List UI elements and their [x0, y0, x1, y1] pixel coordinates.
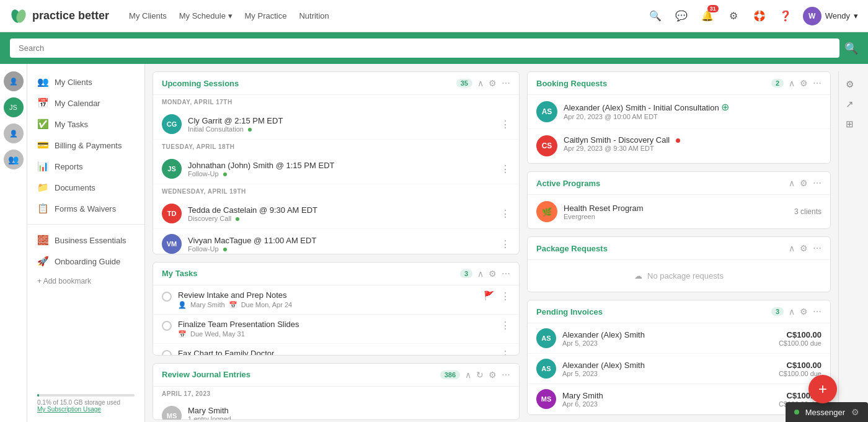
- session-name-cg: Cly Garrit @ 2:15 PM EDT: [188, 116, 494, 125]
- nav-icons: 🔍 💬 🔔 31 ⚙ 🛟 ❓ W Wendy ▾: [647, 7, 858, 25]
- session-menu-vm[interactable]: ⋮: [500, 238, 510, 250]
- collapse-icon[interactable]: ∧: [477, 78, 484, 88]
- booking-add-icon-0[interactable]: ⊕: [721, 102, 729, 112]
- nav-my-practice[interactable]: My Practice: [245, 11, 287, 20]
- sidebar-item-documents[interactable]: 📁 Documents: [27, 177, 144, 198]
- task-due-icon-0: 📅: [229, 301, 237, 309]
- invoices-settings-icon[interactable]: ⚙: [800, 307, 808, 316]
- sidebar-divider: [27, 224, 144, 225]
- session-menu-cg[interactable]: ⋮: [500, 119, 510, 130]
- search-input[interactable]: [10, 38, 839, 58]
- my-tasks-title: My Tasks: [162, 269, 455, 278]
- package-requests-card: Package Requests ∧ ⚙ ⋯ ☁ No package requ…: [527, 236, 831, 292]
- add-bookmark-button[interactable]: + Add bookmark: [27, 272, 144, 290]
- help-button[interactable]: 🛟: [751, 7, 768, 25]
- task-menu-0[interactable]: ⋮: [500, 290, 510, 302]
- pending-invoices-badge: 3: [771, 307, 784, 316]
- date-monday: MONDAY, APRIL 17TH: [153, 95, 519, 109]
- right-settings-icon[interactable]: ⚙: [846, 79, 854, 90]
- task-checkbox-1[interactable]: [162, 321, 172, 331]
- sidebar-item-my-clients[interactable]: 👥 My Clients: [27, 71, 144, 92]
- sidebar-item-forms[interactable]: 📋 Forms & Waivers: [27, 198, 144, 219]
- session-menu-js[interactable]: ⋮: [500, 163, 510, 175]
- nav-my-clients[interactable]: My Clients: [129, 11, 167, 20]
- active-programs-title: Active Programs: [536, 179, 784, 188]
- storage-text: 0.1% of 15.0 GB storage used: [37, 399, 135, 406]
- packages-collapse-icon[interactable]: ∧: [789, 243, 795, 253]
- sidebar-item-my-tasks[interactable]: ✅ My Tasks: [27, 114, 144, 135]
- subscription-link[interactable]: My Subscription Usage: [37, 406, 135, 413]
- avatar-4[interactable]: 👥: [4, 150, 24, 169]
- invoice-date-1: Apr 5, 2023: [562, 370, 773, 377]
- user-menu-button[interactable]: W Wendy ▾: [803, 7, 858, 25]
- tasks-collapse-icon[interactable]: ∧: [477, 269, 484, 279]
- programs-settings-icon[interactable]: ⚙: [800, 178, 808, 188]
- nav-nutrition[interactable]: Nutrition: [299, 11, 329, 20]
- invoice-item-1: AS Alexander (Alex) Smith Apr 5, 2023 C$…: [528, 354, 830, 384]
- settings-icon[interactable]: ⚙: [489, 78, 497, 88]
- invoice-amount-main-0: C$100.00: [779, 330, 822, 339]
- booking-collapse-icon[interactable]: ∧: [789, 78, 795, 88]
- fab-add-button[interactable]: +: [808, 375, 837, 403]
- programs-collapse-icon[interactable]: ∧: [789, 178, 795, 188]
- upcoming-sessions-badge: 35: [456, 79, 472, 88]
- package-requests-header: Package Requests ∧ ⚙ ⋯: [528, 237, 830, 260]
- settings-button[interactable]: ⚙: [725, 7, 742, 25]
- avatar-1[interactable]: 👤: [4, 71, 24, 91]
- package-requests-icons: ∧ ⚙ ⋯: [789, 243, 822, 253]
- journal-collapse-icon[interactable]: ∧: [465, 370, 471, 380]
- invoice-info-2: Mary Smith Apr 6, 2023: [562, 391, 773, 408]
- session-info-vm: Vivyan MacTague @ 11:00 AM EDT Follow-Up: [188, 236, 494, 253]
- search-submit-button[interactable]: 🔍: [844, 42, 858, 55]
- task-menu-2[interactable]: ⋮: [500, 349, 510, 356]
- invoices-collapse-icon[interactable]: ∧: [789, 307, 795, 316]
- task-name-0: Review Intake and Prep Notes: [178, 290, 477, 300]
- packages-more-icon[interactable]: ⋯: [813, 243, 822, 253]
- sidebar-item-business[interactable]: 🧱 Business Essentials: [27, 230, 144, 251]
- notifications-button[interactable]: 🔔 31: [699, 7, 716, 25]
- search-button[interactable]: 🔍: [647, 7, 664, 25]
- task-priority-flag-0[interactable]: 🚩: [484, 290, 494, 300]
- avatar-2[interactable]: JS: [4, 97, 24, 117]
- sidebar-item-my-calendar[interactable]: 📅 My Calendar: [27, 92, 144, 114]
- booking-settings-icon[interactable]: ⚙: [800, 78, 808, 88]
- chat-button[interactable]: 💬: [673, 7, 690, 25]
- task-checkbox-0[interactable]: [162, 292, 172, 302]
- nav-my-schedule[interactable]: My Schedule ▾: [179, 11, 232, 20]
- date-tuesday: TUESDAY, APRIL 18TH: [153, 140, 519, 154]
- journal-item-0: MS Mary Smith 1 entry logged: [153, 401, 519, 420]
- journal-refresh-icon[interactable]: ↻: [476, 370, 484, 380]
- tasks-settings-icon[interactable]: ⚙: [489, 269, 497, 279]
- messenger-bar[interactable]: Messenger ⚙: [786, 402, 868, 422]
- session-menu-td[interactable]: ⋮: [500, 208, 510, 220]
- task-checkbox-2[interactable]: [162, 350, 172, 356]
- more-icon[interactable]: ⋯: [502, 78, 510, 88]
- journal-entries-header: Review Journal Entries 386 ∧ ↻ ⚙ ⋯: [153, 364, 519, 387]
- programs-more-icon[interactable]: ⋯: [813, 178, 822, 188]
- booking-more-icon[interactable]: ⋯: [813, 78, 822, 88]
- journal-sub-0: 1 entry logged: [188, 415, 510, 420]
- packages-settings-icon[interactable]: ⚙: [800, 243, 808, 253]
- sidebar-item-reports[interactable]: 📊 Reports: [27, 156, 144, 177]
- task-menu-1[interactable]: ⋮: [500, 320, 510, 331]
- content-area: Upcoming Sessions 35 ∧ ⚙ ⋯ MONDAY, APRIL…: [145, 64, 868, 422]
- task-meta-1: 📅 Due Wed, May 31: [178, 330, 494, 338]
- active-programs-header: Active Programs ∧ ⚙ ⋯: [528, 172, 830, 195]
- program-item-0: 🌿 Health Reset Program Evergreen 3 clien…: [528, 195, 830, 228]
- invoices-more-icon[interactable]: ⋯: [813, 307, 822, 316]
- session-item-td: TD Tedda de Castelain @ 9:30 AM EDT Disc…: [153, 199, 519, 229]
- question-button[interactable]: ❓: [777, 7, 794, 25]
- session-dot-vm: [223, 248, 227, 251]
- session-item-cg: CG Cly Garrit @ 2:15 PM EDT Initial Cons…: [153, 109, 519, 140]
- avatar-3[interactable]: 👤: [4, 123, 24, 143]
- right-grid-icon[interactable]: ⊞: [846, 119, 854, 130]
- storage-bar-bg: [37, 394, 135, 397]
- journal-settings-icon[interactable]: ⚙: [489, 370, 497, 380]
- sidebar-item-billing[interactable]: 💳 Billing & Payments: [27, 135, 144, 156]
- tasks-more-icon[interactable]: ⋯: [502, 269, 510, 279]
- right-share-icon[interactable]: ↗: [846, 99, 854, 110]
- journal-entries-title: Review Journal Entries: [162, 370, 435, 379]
- journal-more-icon[interactable]: ⋯: [502, 370, 510, 380]
- messenger-settings-icon[interactable]: ⚙: [851, 407, 859, 417]
- sidebar-item-onboarding[interactable]: 🚀 Onboarding Guide: [27, 251, 144, 272]
